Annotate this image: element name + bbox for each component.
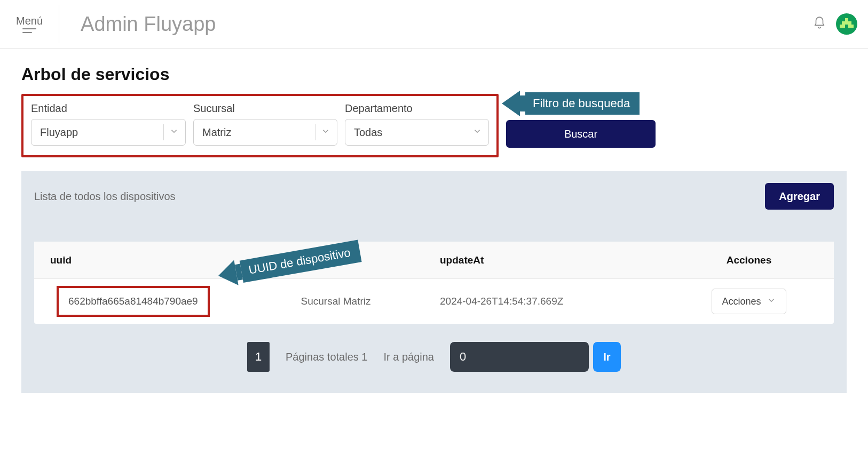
filter-row: Entidad Fluyapp Sucursal Matriz [21,94,847,157]
goto-page-button[interactable]: Ir [593,342,621,372]
app-title: Admin Fluyapp [81,13,216,36]
avatar-icon [840,18,854,30]
menu-label: Menú [16,15,43,27]
col-header-uuid: uuid [34,254,237,266]
table-row: 662bbffa665a81484b790ae9 Sucursal Matriz… [34,279,834,324]
app-header: Menú Admin Fluyapp [0,0,868,49]
branch-label: Sucursal [193,102,337,115]
department-field: Departamento Todas [345,102,489,146]
department-select[interactable]: Todas [345,119,489,146]
branch-field: Sucursal Matriz [193,102,337,146]
chevron-down-icon [472,126,482,139]
chevron-down-icon [169,126,179,139]
cell-name: Sucursal Matriz [237,296,435,307]
filter-highlight-box: Entidad Fluyapp Sucursal Matriz [21,94,499,157]
page-title: Arbol de servicios [21,65,847,84]
chevron-down-icon [767,296,776,308]
devices-panel: Lista de todos los dispositivos Agregar … [21,171,847,393]
total-pages-label: Páginas totales 1 [286,351,367,363]
cell-updateat: 2024-04-26T14:54:37.669Z [435,296,664,307]
notifications-icon[interactable] [812,16,826,32]
entity-value: Fluyapp [40,126,78,139]
menu-toggle[interactable]: Menú [16,5,59,43]
table-header: uuid updateAt Acciones [34,242,834,279]
hamburger-icon [22,28,36,33]
entity-field: Entidad Fluyapp [31,102,186,146]
department-label: Departamento [345,102,489,115]
branch-select[interactable]: Matriz [193,119,337,146]
branch-value: Matriz [202,126,231,139]
cell-uuid: 662bbffa665a81484b790ae9 [57,286,210,317]
col-header-updateat: updateAt [435,254,664,266]
search-button[interactable]: Buscar [506,120,656,148]
entity-label: Entidad [31,102,186,115]
chevron-down-icon [321,126,330,139]
add-button[interactable]: Agregar [765,183,834,210]
goto-page-label: Ir a página [383,351,434,363]
avatar[interactable] [836,13,857,35]
row-actions-dropdown[interactable]: Acciones [712,289,786,314]
col-header-actions: Acciones [664,254,834,266]
pagination: 1 Páginas totales 1 Ir a página Ir [34,342,834,372]
annotation-filter-label: Filtro de busqueda [525,92,640,115]
entity-select[interactable]: Fluyapp [31,119,186,146]
row-actions-label: Acciones [722,296,761,307]
annotation-filter: Filtro de busqueda [502,91,640,116]
goto-page-input[interactable] [450,342,589,372]
devices-table: uuid updateAt Acciones 662bbffa665a81484… [34,242,834,324]
current-page: 1 [247,342,270,372]
panel-title: Lista de todos los dispositivos [34,190,176,203]
department-value: Todas [354,126,382,139]
